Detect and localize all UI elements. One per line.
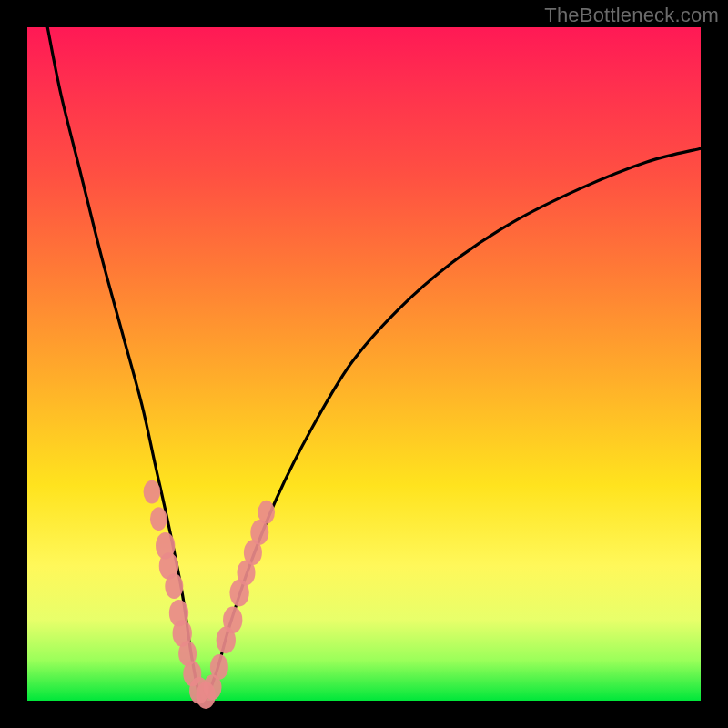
- curve-marker: [144, 480, 161, 504]
- bottleneck-curve-path: [47, 27, 701, 701]
- chart-frame: TheBottleneck.com: [0, 0, 728, 728]
- curve-marker: [150, 507, 167, 531]
- curve-marker: [223, 606, 242, 633]
- watermark-label: TheBottleneck.com: [544, 4, 719, 27]
- curve-marker: [258, 500, 275, 524]
- curve-markers: [144, 480, 275, 709]
- curve-marker: [165, 573, 183, 599]
- plot-area: [27, 27, 701, 701]
- curve-marker: [210, 654, 228, 680]
- bottleneck-curve-svg: [27, 27, 701, 701]
